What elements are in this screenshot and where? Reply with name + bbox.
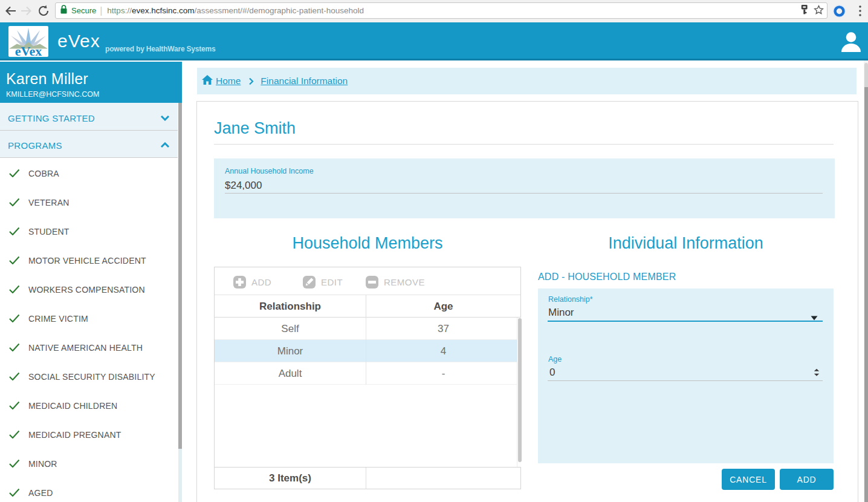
browser-profile-icon[interactable]	[833, 5, 846, 20]
edit-member-button[interactable]: EDIT	[303, 276, 343, 288]
income-input-underline	[225, 193, 823, 194]
reload-button[interactable]	[35, 2, 52, 19]
program-list-item[interactable]: VETERAN	[0, 188, 178, 217]
program-list-item[interactable]: MOTOR VEHICLE ACCIDENT	[0, 246, 178, 275]
home-icon[interactable]	[202, 75, 213, 87]
dropdown-caret-icon[interactable]	[811, 312, 818, 323]
individual-information-heading: Individual Information	[538, 234, 834, 253]
program-list-item[interactable]: WORKERS COMPENSATION	[0, 275, 178, 304]
page-scrollbar-thumb[interactable]	[864, 87, 868, 502]
back-button[interactable]	[2, 2, 19, 19]
sidebar-item-getting-started[interactable]: GETTING STARTED	[0, 103, 178, 131]
sidebar-scrollbar[interactable]	[178, 103, 182, 502]
cell-relationship[interactable]: Minor	[215, 340, 366, 362]
plus-icon	[233, 276, 246, 288]
breadcrumb-current-link[interactable]: Financial Information	[261, 76, 348, 86]
sidebar-scrollbar-track	[178, 449, 182, 502]
breadcrumb-separator-icon	[248, 77, 254, 85]
user-avatar-icon[interactable]	[840, 28, 862, 57]
cell-age[interactable]: -	[366, 362, 520, 385]
browser-toolbar: Secure | https://evex.hcfsinc.com/assess…	[0, 0, 868, 22]
program-list-item[interactable]: AGED	[0, 478, 178, 502]
program-list-item[interactable]: CRIME VICTIM	[0, 304, 178, 333]
pencil-icon	[303, 276, 316, 288]
table-body: Self37Minor4Adult-	[215, 318, 520, 467]
bookmark-star-icon[interactable]	[814, 5, 824, 17]
table-row[interactable]: Adult-	[215, 362, 520, 385]
program-list-item[interactable]: MEDICAID CHILDREN	[0, 391, 178, 420]
program-list-item[interactable]: NATIVE AMERICAN HEALTH	[0, 333, 178, 362]
sidebar-user-panel: Karen Miller KMILLER@HCFSINC.COM	[0, 62, 182, 103]
app-header: eVex eVex powered by HealthWare Systems	[0, 22, 868, 60]
add-button[interactable]: ADD	[780, 469, 834, 490]
breadcrumb-home-link[interactable]: Home	[216, 76, 241, 86]
check-icon	[8, 458, 21, 470]
patient-name: Jane Smith	[214, 119, 296, 138]
url-text: https://evex.hcfsinc.com/assessment/#/de…	[107, 6, 364, 15]
add-member-button[interactable]: ADD	[233, 276, 271, 288]
page-scrollbar[interactable]	[864, 60, 868, 502]
logo-text: eVex	[15, 44, 42, 57]
cell-age[interactable]: 37	[366, 318, 520, 340]
lock-icon	[60, 5, 67, 16]
evex-logo: eVex	[8, 26, 48, 57]
relationship-select[interactable]: Minor	[548, 307, 574, 319]
table-toolbar: ADD EDIT REMOVE	[215, 267, 520, 295]
table-header: Relationship Age	[215, 295, 520, 318]
table-scrollbar[interactable]	[517, 318, 521, 467]
minus-icon	[366, 276, 378, 288]
table-row[interactable]: Minor4	[215, 340, 520, 362]
remove-member-button[interactable]: REMOVE	[366, 276, 425, 288]
forward-button[interactable]	[18, 2, 34, 19]
address-bar[interactable]: Secure | https://evex.hcfsinc.com/assess…	[55, 2, 828, 19]
check-icon	[8, 429, 21, 441]
table-row[interactable]: Self37	[215, 318, 520, 340]
page-scrollbar-track-top	[864, 63, 868, 88]
number-spinner-icon[interactable]	[814, 368, 820, 379]
secure-label: Secure	[71, 6, 96, 15]
password-key-icon[interactable]	[800, 4, 809, 17]
age-input[interactable]: 0	[549, 367, 555, 379]
check-icon	[8, 487, 21, 499]
program-list-item[interactable]: MINOR	[0, 449, 178, 478]
brand-name: eVex	[57, 31, 100, 51]
household-members-table: ADD EDIT REMOVE Relationship Age Self37M…	[214, 267, 521, 489]
relationship-select-underline	[548, 321, 823, 322]
browser-menu-icon[interactable]	[855, 2, 865, 19]
sidebar-scrollbar-thumb[interactable]	[178, 103, 182, 449]
column-header-age: Age	[366, 295, 520, 318]
sidebar: Karen Miller KMILLER@HCFSINC.COM GETTING…	[0, 60, 182, 502]
household-members-heading: Household Members	[214, 234, 521, 253]
cell-relationship[interactable]: Adult	[215, 362, 366, 385]
chevron-down-icon	[160, 112, 170, 123]
powered-by: powered by HealthWare Systems	[105, 45, 216, 53]
check-icon	[8, 168, 21, 180]
check-icon	[8, 255, 21, 267]
column-header-relationship: Relationship	[215, 295, 366, 318]
check-icon	[8, 226, 21, 238]
user-email: KMILLER@HCFSINC.COM	[6, 90, 182, 99]
main-content: Home Financial Information Jane Smith An…	[182, 60, 864, 502]
check-icon	[8, 284, 21, 296]
check-icon	[8, 371, 21, 383]
program-list-item[interactable]: MEDICAID PREGNANT	[0, 420, 178, 449]
title-divider	[214, 144, 834, 145]
cell-relationship[interactable]: Self	[215, 318, 366, 340]
income-panel: Annual Household Income $24,000	[214, 158, 835, 218]
check-icon	[8, 197, 21, 209]
cancel-button[interactable]: CANCEL	[722, 469, 775, 490]
sidebar-item-programs[interactable]: PROGRAMS	[0, 131, 178, 158]
program-list-item[interactable]: COBRA	[0, 159, 178, 188]
program-list-item[interactable]: SOCIAL SECURITY DISABILITY	[0, 362, 178, 391]
age-input-underline	[548, 380, 823, 381]
table-scrollbar-thumb[interactable]	[518, 318, 522, 462]
content-card: Jane Smith Annual Household Income $24,0…	[196, 101, 858, 502]
individual-form-panel: Relationship* Minor Age 0	[538, 288, 834, 463]
form-title: ADD - HOUSEHOLD MEMBER	[538, 272, 676, 282]
address-separator: |	[100, 5, 102, 16]
chevron-up-icon	[160, 140, 170, 151]
program-list-item[interactable]: STUDENT	[0, 217, 178, 246]
cell-age[interactable]: 4	[366, 340, 520, 362]
check-icon	[8, 400, 21, 412]
income-input[interactable]: $24,000	[225, 180, 262, 192]
